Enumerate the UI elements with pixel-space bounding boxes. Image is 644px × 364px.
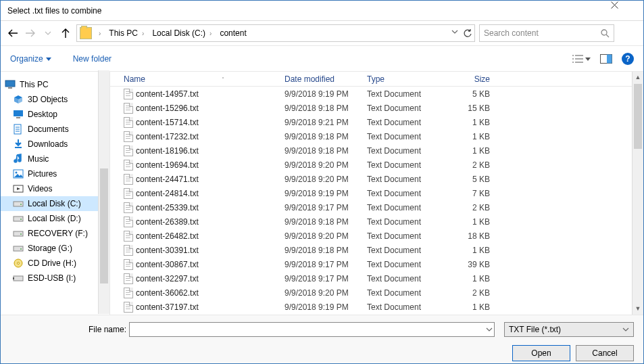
file-name: content-14957.txt (136, 89, 199, 99)
tree-root-label: This PC (20, 80, 49, 89)
file-date: 9/9/2018 9:20 PM (284, 175, 367, 184)
file-row[interactable]: content-19694.txt9/9/2018 9:20 PMText Do… (110, 158, 643, 172)
search-input[interactable]: Search content (479, 24, 614, 42)
file-row[interactable]: content-26389.txt9/9/2018 9:18 PMText Do… (110, 214, 643, 229)
recent-dropdown[interactable] (41, 26, 55, 40)
svg-point-18 (20, 248, 22, 250)
scrollbar-thumb[interactable] (100, 168, 108, 283)
file-type: Text Document (367, 104, 448, 113)
tree-item[interactable]: Desktop (1, 107, 109, 122)
svg-rect-6 (16, 117, 20, 118)
file-row[interactable]: content-15296.txt9/9/2018 9:18 PMText Do… (110, 101, 643, 115)
tree-item[interactable]: ESD-USB (I:) (1, 271, 109, 286)
view-options-button[interactable] (572, 54, 591, 64)
tree-scrollbar[interactable] (98, 70, 109, 314)
file-name: content-37197.txt (136, 302, 199, 312)
scroll-down[interactable]: ▼ (633, 303, 643, 315)
file-type: Text Document (367, 288, 448, 298)
file-size: 2 KB (448, 203, 495, 212)
file-row[interactable]: content-14957.txt9/9/2018 9:19 PMText Do… (110, 87, 643, 101)
open-button[interactable]: Open (512, 345, 570, 361)
tree-item[interactable]: 3D Objects (1, 92, 109, 107)
file-size: 18 KB (448, 231, 495, 241)
tree-item[interactable]: CD Drive (H:) (1, 256, 109, 271)
tree-item[interactable]: Local Disk (D:) (1, 211, 109, 226)
file-date: 9/9/2018 9:18 PM (284, 246, 367, 255)
file-row[interactable]: content-37197.txt9/9/2018 9:19 PMText Do… (110, 300, 643, 314)
text-file-icon (124, 117, 133, 128)
back-button[interactable] (6, 26, 20, 40)
file-type: Text Document (367, 302, 448, 312)
filetype-select[interactable]: TXT File (*.txt) (504, 322, 634, 337)
navigation-bar: › This PC› Local Disk (C:)› content Sear… (1, 21, 643, 45)
column-header-date[interactable]: Date modified (284, 74, 367, 84)
filename-history-dropdown[interactable] (486, 326, 494, 333)
up-button[interactable] (59, 26, 72, 40)
text-file-icon (124, 273, 133, 284)
arrow-up-icon (61, 28, 70, 39)
breadcrumb-item-2[interactable]: content (218, 28, 247, 38)
close-button[interactable] (611, 1, 641, 20)
forward-button[interactable] (24, 26, 37, 40)
file-row[interactable]: content-15714.txt9/9/2018 9:21 PMText Do… (110, 115, 643, 129)
drive-icon (13, 243, 24, 254)
filename-input[interactable] (130, 323, 486, 336)
scroll-up[interactable]: ▲ (633, 72, 643, 83)
column-header-name[interactable]: Name ˄ (110, 74, 284, 84)
dropdown-icon (585, 56, 591, 62)
file-name: content-30867.txt (136, 260, 199, 269)
tree-item[interactable]: Local Disk (C:) (1, 196, 109, 211)
tree-item[interactable]: RECOVERY (F:) (1, 226, 109, 241)
file-type: Text Document (367, 203, 448, 212)
refresh-button[interactable] (462, 28, 472, 38)
text-file-icon (124, 188, 133, 199)
file-size: 1 KB (448, 132, 495, 141)
new-folder-button[interactable]: New folder (73, 54, 112, 64)
file-row[interactable]: content-30391.txt9/9/2018 9:18 PMText Do… (110, 243, 643, 257)
file-row[interactable]: content-30867.txt9/9/2018 9:17 PMText Do… (110, 257, 643, 271)
tree-item[interactable]: Downloads (1, 137, 109, 152)
file-row[interactable]: content-24471.txt9/9/2018 9:20 PMText Do… (110, 172, 643, 186)
text-file-icon (124, 103, 133, 114)
column-header-type[interactable]: Type (367, 74, 448, 84)
organize-menu[interactable]: Organize (10, 54, 51, 64)
file-size: 5 KB (448, 89, 495, 99)
column-header-size[interactable]: Size (448, 74, 495, 84)
file-type: Text Document (367, 231, 448, 241)
file-row[interactable]: content-25339.txt9/9/2018 9:17 PMText Do… (110, 200, 643, 214)
breadcrumb-item-0[interactable]: This PC› (107, 28, 148, 38)
tree-item[interactable]: Pictures (1, 166, 109, 181)
tree-root-this-pc[interactable]: This PC (1, 77, 109, 92)
file-row[interactable]: content-24814.txt9/9/2018 9:19 PMText Do… (110, 186, 643, 200)
scrollbar-thumb[interactable] (634, 84, 642, 149)
music-icon (13, 154, 24, 164)
text-file-icon (124, 131, 133, 142)
tree-item[interactable]: Storage (G:) (1, 241, 109, 256)
file-size: 39 KB (448, 260, 495, 269)
file-row[interactable]: content-18196.txt9/9/2018 9:18 PMText Do… (110, 143, 643, 158)
file-date: 9/9/2018 9:19 PM (284, 189, 367, 198)
address-dropdown[interactable] (451, 28, 458, 38)
tree-item[interactable]: Documents (1, 122, 109, 137)
list-scrollbar[interactable]: ▲ ▼ (632, 72, 643, 315)
breadcrumb-item-1[interactable]: Local Disk (C:)› (151, 28, 216, 38)
file-name: content-25339.txt (136, 203, 199, 212)
address-bar[interactable]: › This PC› Local Disk (C:)› content (76, 24, 475, 42)
file-row[interactable]: content-32297.txt9/9/2018 9:17 PMText Do… (110, 271, 643, 286)
drive-icon (13, 228, 24, 239)
file-type: Text Document (367, 146, 448, 156)
preview-pane-button[interactable] (600, 54, 612, 64)
help-button[interactable]: ? (622, 53, 634, 65)
file-row[interactable]: content-36062.txt9/9/2018 9:20 PMText Do… (110, 286, 643, 300)
file-row[interactable]: content-26482.txt9/9/2018 9:20 PMText Do… (110, 229, 643, 243)
file-type: Text Document (367, 132, 448, 141)
tree-item-label: Desktop (28, 110, 57, 119)
cancel-button[interactable]: Cancel (576, 345, 634, 361)
file-row[interactable]: content-17232.txt9/9/2018 9:18 PMText Do… (110, 129, 643, 143)
dropdown-icon (46, 56, 51, 62)
tree-item[interactable]: Videos (1, 181, 109, 196)
navigation-tree: This PC 3D ObjectsDesktopDocumentsDownlo… (1, 72, 110, 315)
tree-item[interactable]: Music (1, 152, 109, 166)
svg-point-0 (601, 30, 607, 35)
breadcrumb-sep[interactable]: › (95, 30, 105, 37)
